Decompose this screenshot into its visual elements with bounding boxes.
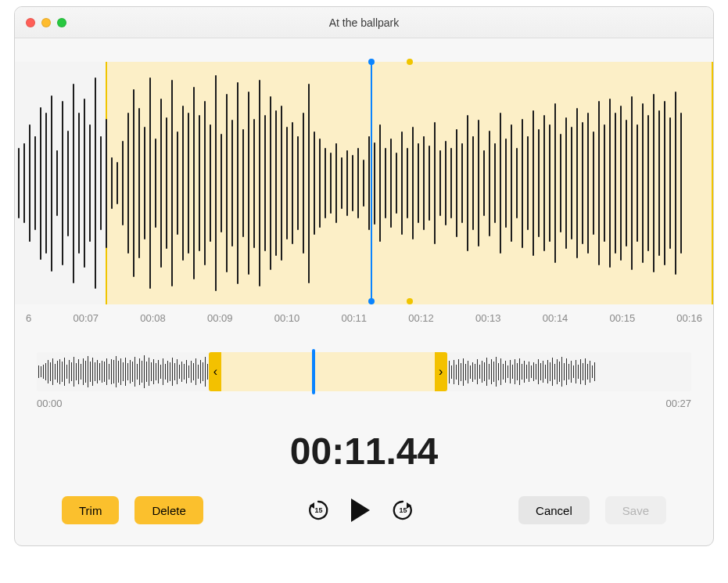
cancel-button[interactable]: Cancel [518, 496, 590, 524]
playhead-handle-icon[interactable] [368, 298, 375, 304]
skip-back-15-icon: 15 [307, 499, 329, 521]
trim-button[interactable]: Trim [62, 496, 119, 524]
axis-tick: 00:15 [610, 312, 636, 324]
axis-tick: 00:16 [676, 312, 702, 324]
playhead-handle-icon[interactable] [368, 59, 375, 65]
overview-waveform[interactable]: ‹ › [37, 352, 691, 391]
axis-tick: 00:12 [408, 312, 434, 324]
titlebar: At the ballpark [15, 7, 713, 38]
play-icon [351, 498, 370, 522]
main-waveform[interactable] [15, 62, 713, 304]
axis-tick: 00:10 [274, 312, 300, 324]
overview-end-time: 00:27 [665, 398, 691, 409]
delete-button[interactable]: Delete [134, 496, 203, 524]
axis-tick: 6 [26, 312, 31, 324]
skip-back-button[interactable]: 15 [305, 497, 332, 524]
overview-selection[interactable]: ‹ › [220, 352, 436, 391]
trim-handle-right[interactable]: › [435, 352, 447, 391]
skip-forward-15-icon: 15 [392, 499, 414, 521]
window-controls [15, 18, 66, 27]
axis-tick: 00:08 [140, 312, 166, 324]
skip-forward-button[interactable]: 15 [389, 497, 416, 524]
selection-handle-icon[interactable] [713, 59, 714, 65]
overview-time-labels: 00:00 00:27 [37, 398, 691, 409]
trim-handle-left[interactable]: ‹ [209, 352, 221, 391]
waveform-bars [15, 62, 713, 304]
current-time: 00:11.44 [15, 430, 713, 473]
zoom-icon[interactable] [57, 18, 66, 27]
close-icon[interactable] [26, 18, 35, 27]
selection-handle-icon[interactable] [713, 304, 714, 311]
minimize-icon[interactable] [41, 18, 51, 27]
save-button: Save [605, 496, 666, 524]
axis-tick: 00:14 [543, 312, 568, 324]
app-window: At the ballpark 6 00:0700:0800:0900:1000… [14, 6, 714, 546]
axis-tick: 00:07 [73, 312, 99, 324]
bottom-toolbar: Trim Delete 15 15 [15, 496, 713, 524]
overview-start-time: 00:00 [37, 398, 63, 409]
axis-tick: 00:09 [207, 312, 233, 324]
playhead[interactable] [371, 62, 372, 304]
play-button[interactable] [347, 497, 374, 524]
axis-tick: 00:13 [475, 312, 501, 324]
window-title: At the ballpark [15, 16, 713, 29]
time-axis: 6 00:0700:0800:0900:1000:1100:1200:1300:… [15, 304, 713, 324]
editor-content: 6 00:0700:0800:0900:1000:1100:1200:1300:… [15, 38, 713, 545]
axis-tick: 00:11 [342, 312, 368, 324]
overview-playhead[interactable] [312, 349, 315, 394]
